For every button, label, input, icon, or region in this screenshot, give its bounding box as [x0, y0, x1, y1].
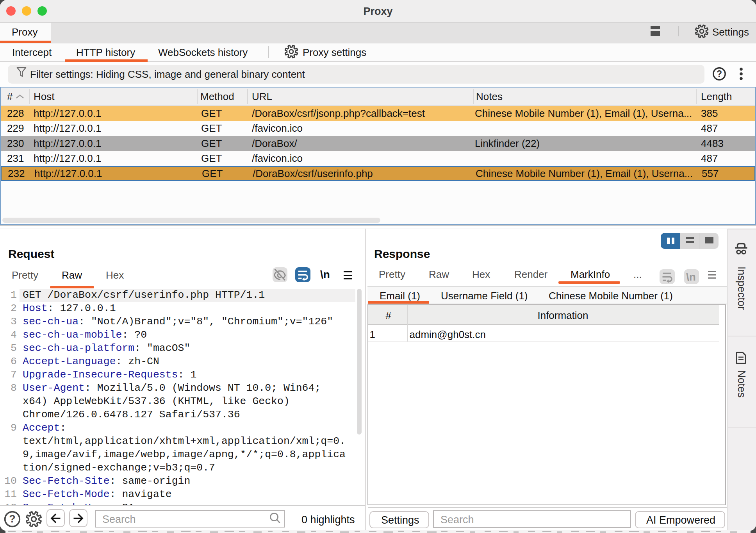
svg-text:?: ? [9, 513, 16, 525]
svg-text:?: ? [717, 69, 722, 79]
